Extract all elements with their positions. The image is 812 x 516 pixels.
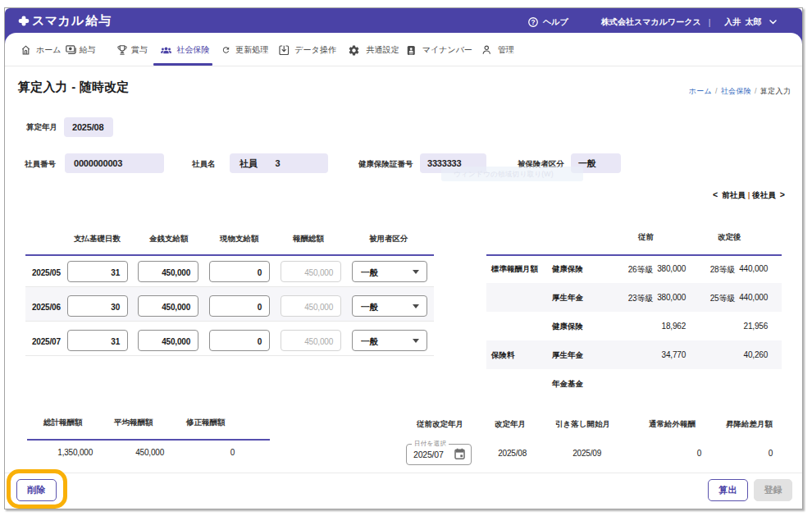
svg-text:?: ? bbox=[531, 18, 535, 26]
